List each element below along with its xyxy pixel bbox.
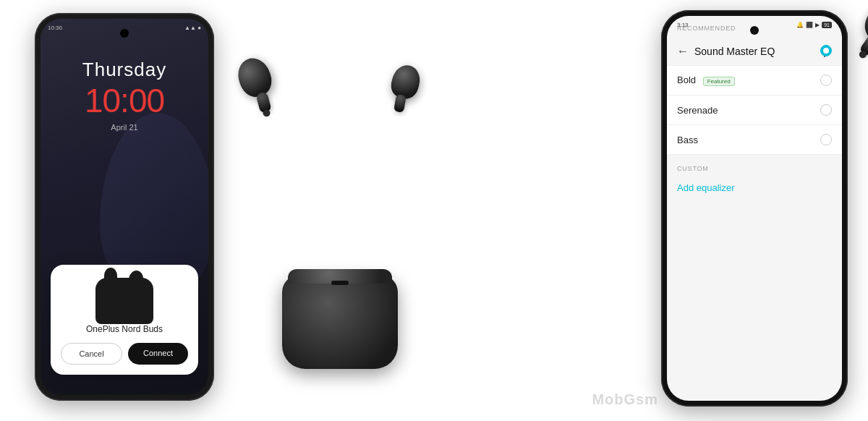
day-label: Thursday [41,59,208,81]
right-phone: 3:13 🔔 ⬛ ▶ 91 ← Sound Master EQ ⋮ RECOMM… [661,10,848,411]
status-icons-right: 🔔 ⬛ ▶ 91 [796,22,832,28]
earbuds-case [282,275,398,369]
earbuds-product-shot [224,43,456,391]
case-hinge [331,281,349,285]
radio-bass[interactable] [820,134,832,145]
cancel-button[interactable]: Cancel [61,343,122,365]
eq-header-left: ← Sound Master EQ [677,45,775,58]
popup-buttons: Cancel Connect [61,343,188,365]
status-time-right: 3:13 [677,22,689,28]
device-name-label: OnePlus Nord Buds [61,324,188,334]
eq-label-serenade: Serenade [677,105,718,116]
left-phone: 10:30 ▲▲ ● Thursday 10:00 April 21 OnePl… [35,13,214,404]
eq-label-bass: Bass [677,135,698,145]
clock-area: Thursday 10:00 April 21 [41,59,208,132]
buds-image [95,278,153,324]
radio-serenade[interactable] [820,104,832,116]
custom-section-label: CUSTOM [667,155,842,177]
eq-app-header: ← Sound Master EQ ⋮ [667,36,842,65]
earbud-right-floating [388,62,424,101]
eq-item-bass[interactable]: Bass [667,125,842,155]
back-button[interactable]: ← [677,45,689,58]
connect-button[interactable]: Connect [128,343,188,365]
clock-time: 10:00 [41,81,208,120]
eq-app-title: Sound Master EQ [694,46,775,57]
earbud-left-floating [233,54,276,101]
featured-badge: Featured [703,77,735,86]
status-icons-left: ▲▲ ● [184,25,201,31]
radio-balanced[interactable] [820,45,832,56]
clock-date: April 21 [41,123,208,132]
bluetooth-popup: OnePlus Nord Buds Cancel Connect [51,265,198,375]
watermark: MobGsm [592,391,658,408]
add-equalizer-button[interactable]: Add equalizer [667,177,842,199]
radio-bold[interactable] [820,75,832,86]
eq-label-bold: Bold Featured [677,75,735,86]
eq-item-serenade[interactable]: Serenade [667,95,842,125]
status-bar-left: 10:30 ▲▲ ● [48,25,201,31]
earbud-outside-top [859,0,868,47]
eq-item-bold[interactable]: Bold Featured [667,66,842,95]
camera-punch-hole-right [750,26,759,35]
status-time-left: 10:30 [48,25,62,31]
